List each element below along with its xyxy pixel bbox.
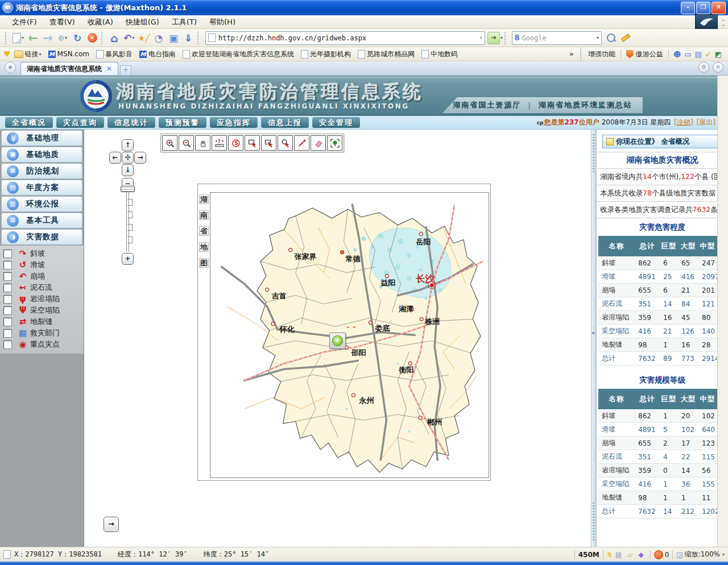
capture-window-icon[interactable]: ▣ [167, 31, 180, 45]
eraser-tool-button[interactable] [311, 135, 326, 151]
sidebar-section-6[interactable]: ◑灾害数据 [1, 229, 82, 245]
tab-settings-icon[interactable]: ⚙ [698, 62, 709, 73]
logout-link[interactable]: [注销] [674, 118, 693, 127]
nav-tab-0[interactable]: 全省概况 [5, 117, 53, 128]
sidebar-section-2[interactable]: ⊠防治规划 [1, 163, 82, 179]
minimize-button[interactable]: – [681, 2, 695, 14]
go-button[interactable]: ➜ [487, 32, 500, 44]
scale-circle-tool-button[interactable]: S [228, 135, 243, 151]
tab-close-all-icon[interactable]: ✕ [713, 62, 723, 73]
menu-item-5[interactable]: 帮助(H) [203, 17, 242, 27]
sidebar-section-5[interactable]: ⊞基本工具 [1, 213, 82, 229]
nav-tab-5[interactable]: 信息上报 [260, 117, 309, 128]
chevron-down-icon[interactable]: ⌄⌄ [719, 16, 728, 28]
popup-blocker-icon[interactable] [654, 550, 663, 559]
pan-up-button[interactable]: ↑ [122, 139, 134, 151]
address-bar[interactable]: http://dzzh.hndh.gov.cn/gridweb.aspx ▾ [205, 31, 485, 45]
links-bar-item-1[interactable]: MMSN.com [48, 50, 89, 58]
links-overflow-icon[interactable]: » [569, 50, 574, 58]
download-button[interactable]: ⇓ [181, 31, 195, 45]
shield-icon[interactable] [626, 50, 634, 59]
address-url[interactable]: http://dzzh.hndh.gov.cn/gridweb.aspx [218, 34, 479, 42]
window-icon[interactable]: ▭ [684, 50, 691, 59]
pan-right-button[interactable]: → [134, 152, 146, 164]
proxy-icon[interactable]: ▤ [615, 551, 622, 559]
menu-item-4[interactable]: 工具(T) [166, 17, 203, 27]
clip-rect-tool-button[interactable] [261, 135, 276, 151]
layer-checkbox[interactable] [3, 250, 12, 258]
search-engine-icon[interactable]: 8 [515, 34, 519, 42]
menu-item-0[interactable]: 文件(F) [6, 17, 43, 27]
refresh-button[interactable]: ↻ [71, 31, 84, 45]
forward-button[interactable]: → [41, 31, 55, 45]
layer-checkbox[interactable] [3, 318, 12, 326]
enhance-menu[interactable]: 增强功能 [588, 49, 615, 59]
more-dropdown-button[interactable]: ⊙▾ [56, 31, 69, 45]
maximize-button[interactable]: ❐ [696, 2, 710, 14]
new-tab-button[interactable]: + [120, 65, 131, 75]
plugin-icon[interactable]: ◆ [638, 551, 643, 559]
zoom-in-tool-button[interactable] [162, 135, 177, 151]
links-bar-item-3[interactable]: M电台指南 [139, 49, 176, 59]
maxthon-charity-link[interactable]: 傲游公益 [636, 49, 663, 59]
layer-checkbox[interactable] [3, 306, 12, 315]
nav-tab-4[interactable]: 应急指挥 [209, 117, 258, 128]
nav-tab-3[interactable]: 预测预警 [158, 117, 207, 128]
favorites-heart-icon[interactable]: ♥ [3, 49, 11, 59]
home-button[interactable]: ⌂ [107, 31, 121, 45]
pens-icon[interactable]: ✓ [705, 50, 712, 59]
sidebar-collapse-button[interactable]: → [104, 517, 119, 532]
magic-wand-icon[interactable]: ★╱ [137, 31, 151, 45]
links-bar-item-2[interactable]: 暴风影音 [96, 49, 133, 59]
layer-checkbox[interactable] [3, 295, 12, 304]
pan-left-button[interactable]: ← [109, 152, 121, 164]
notes-icon[interactable]: ▤ [695, 50, 702, 59]
new-page-button[interactable]: ▾ [11, 31, 25, 45]
zoom-out-tool-button[interactable] [179, 135, 194, 151]
favorites-star-icon[interactable]: ★ [5, 62, 16, 73]
select-circle-tool-button[interactable] [278, 135, 293, 151]
measure-tool-button[interactable]: ? [212, 135, 227, 151]
user-icon[interactable]: ☻ [673, 50, 681, 59]
exit-link[interactable]: [退出] [697, 118, 715, 127]
links-bar-item-4[interactable]: 欢迎登陆湖南省地质灾害信息系统 [183, 49, 294, 59]
stop-button[interactable]: ✕ [85, 31, 99, 45]
link-land-resources[interactable]: 湖南省国土资源厅 [453, 100, 521, 110]
tab-close-icon[interactable]: ✕ [106, 65, 112, 73]
zoom-dropdown-icon[interactable]: ▾ [722, 552, 725, 557]
map-canvas[interactable]: 张家界常德岳阳益阳长沙吉首湘潭株洲怀化娄底邵阳衡阳永州郴州 ⌄⌄ + [210, 192, 489, 478]
links-bar-item-0[interactable]: 链接▾ [14, 49, 42, 59]
zoom-slider-handle[interactable] [121, 186, 135, 192]
zoom-resize-icon[interactable]: ◲ [676, 551, 682, 559]
map-marker-button[interactable]: + [329, 333, 346, 349]
sidebar-section-0[interactable]: ≫基础地理 [1, 130, 82, 146]
layer-checkbox[interactable] [3, 272, 12, 281]
layer-checkbox[interactable] [3, 340, 12, 349]
boost-icon[interactable]: ↯ [607, 551, 613, 559]
pan-down-button[interactable]: ↓ [122, 164, 134, 176]
menu-item-1[interactable]: 查看(V) [43, 17, 81, 27]
pan-tool-button[interactable] [195, 135, 210, 151]
zoom-level[interactable]: 缩放:100% [685, 550, 720, 559]
search-dropdown-icon[interactable]: ▾ [597, 35, 599, 40]
layer-checkbox[interactable] [3, 261, 12, 269]
cube-icon[interactable]: ◩ [715, 50, 722, 59]
nav-tab-6[interactable]: 安全管理 [312, 117, 361, 128]
links-bar-item-6[interactable]: 觅路城市精品网 [358, 49, 415, 59]
history-clock-icon[interactable]: ◔ [152, 31, 166, 45]
zoom-in-step-button[interactable]: + [122, 253, 134, 265]
draw-point-tool-button[interactable] [294, 135, 309, 151]
search-button[interactable] [604, 31, 618, 45]
sidebar-section-3[interactable]: ▤年度方案 [1, 180, 82, 196]
tab-active[interactable]: 湖南省地质灾害信息系统 ✕ [20, 62, 118, 75]
nav-tab-2[interactable]: 信息统计 [107, 117, 156, 128]
maxthon-logo[interactable] [695, 14, 718, 30]
pan-center-button[interactable]: ✣ [122, 152, 134, 164]
new-window-icon[interactable]: ▱ [627, 551, 632, 559]
nav-tab-1[interactable]: 灾点查询 [56, 117, 105, 128]
address-dropdown-icon[interactable]: ▾ [479, 35, 482, 40]
select-rect-tool-button[interactable] [245, 135, 260, 151]
highlighter-icon[interactable] [619, 31, 632, 45]
search-input[interactable]: Google [522, 34, 596, 42]
menu-item-3[interactable]: 快捷组(G) [119, 17, 166, 27]
